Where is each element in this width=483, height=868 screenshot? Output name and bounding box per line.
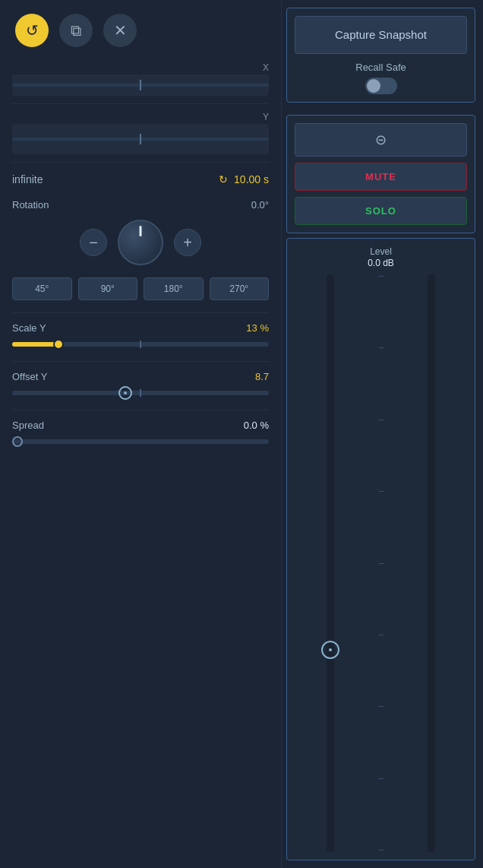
capture-snapshot-button[interactable]: Capture Snapshot: [295, 16, 467, 54]
left-fader-dot: [329, 648, 332, 651]
y-label-row: Y: [12, 112, 269, 122]
toolbar: ↺ ⧉ ✕: [0, 0, 281, 58]
y-slider-track[interactable]: [12, 124, 269, 154]
tick-top: [379, 276, 384, 277]
offset-y-tick: [140, 389, 141, 397]
offset-y-label-row: Offset Y 8.7: [12, 371, 269, 382]
time-icon: ↻: [219, 173, 228, 185]
solo-button[interactable]: SOLO: [295, 197, 467, 225]
preset-90-button[interactable]: 90°: [78, 277, 138, 300]
rotation-label-row: Rotation 0.0°: [0, 193, 281, 214]
x-thumb: [140, 80, 141, 90]
level-section: Level 0.0 dB: [286, 238, 475, 861]
rotation-minus-button[interactable]: −: [80, 229, 107, 256]
offset-y-track: [12, 391, 269, 395]
right-fader-column: [394, 274, 469, 852]
tick-8: [379, 778, 384, 779]
y-track-inner: [12, 138, 269, 141]
undo-button[interactable]: ↺: [15, 14, 49, 47]
right-panel: Capture Snapshot Recall Safe 1 ⊝ MUTE SO…: [281, 0, 483, 868]
recall-safe-row: Recall Safe: [295, 62, 467, 94]
spread-label: Spread: [12, 420, 44, 431]
recall-safe-toggle[interactable]: [365, 78, 397, 94]
offset-y-slider[interactable]: [12, 387, 269, 402]
spread-slider[interactable]: [12, 436, 269, 451]
rotation-plus-button[interactable]: +: [174, 229, 201, 256]
preset-270-button[interactable]: 270°: [210, 277, 270, 300]
spread-label-row: Spread 0.0 %: [12, 420, 269, 431]
tick-bottom: [379, 850, 384, 851]
x-slider-section: X: [0, 58, 281, 100]
scale-y-slider[interactable]: [12, 338, 269, 353]
knob-row: − +: [0, 214, 281, 274]
scale-y-section: Scale Y 13 %: [0, 316, 281, 358]
offset-y-section: Offset Y 8.7: [0, 365, 281, 407]
toggle-thumb: [367, 79, 380, 93]
offset-y-label: Offset Y: [12, 371, 48, 382]
spread-section: Spread 0.0 %: [0, 413, 281, 455]
copy-button[interactable]: ⧉: [59, 14, 93, 47]
offset-y-value: 8.7: [255, 371, 269, 382]
fader-ticks: [379, 274, 384, 852]
x-label-row: X: [12, 62, 269, 73]
spread-track: [12, 439, 269, 444]
scale-y-fill: [12, 342, 58, 347]
scale-y-value: 13 %: [246, 322, 269, 334]
infinite-label: infinite: [12, 173, 43, 185]
preset-180-button[interactable]: 180°: [144, 277, 204, 300]
tick-6: [379, 635, 384, 635]
rotation-label: Rotation: [12, 199, 49, 211]
preset-45-button[interactable]: 45°: [12, 277, 72, 300]
recall-safe-label: Recall Safe: [355, 62, 406, 73]
x-label: X: [263, 62, 269, 73]
tick-5: [379, 563, 384, 564]
app-container: ↺ ⧉ ✕ X Y: [0, 0, 483, 868]
faders-container: [293, 274, 469, 852]
mix-controls-section: ⊝ MUTE SOLO 2: [286, 115, 475, 233]
right-fader-track[interactable]: [428, 274, 435, 852]
x-slider-track[interactable]: [12, 74, 269, 96]
link-icon: ⊝: [375, 132, 387, 147]
infinite-time-row: infinite ↻ 10.00 s: [0, 166, 281, 193]
scale-y-thumb[interactable]: [53, 339, 64, 350]
y-thumb: [140, 134, 141, 144]
rotation-value: 0.0°: [251, 199, 269, 211]
mute-button[interactable]: MUTE: [295, 163, 467, 191]
knob-indicator: [140, 226, 142, 236]
tick-4: [379, 491, 384, 492]
left-fader-column: [293, 274, 368, 852]
scale-y-label: Scale Y: [12, 322, 46, 334]
link-button[interactable]: ⊝: [295, 123, 467, 157]
rotation-presets: 45° 90° 180° 270°: [0, 274, 281, 309]
rotation-knob[interactable]: [118, 220, 163, 265]
spread-value: 0.0 %: [244, 420, 269, 431]
y-slider-section: Y: [0, 107, 281, 159]
close-button[interactable]: ✕: [103, 14, 137, 47]
tick-2: [379, 347, 384, 348]
offset-y-thumb-dot: [124, 391, 127, 394]
left-panel: ↺ ⧉ ✕ X Y: [0, 0, 281, 868]
y-label: Y: [263, 112, 269, 122]
level-label: Level: [370, 246, 392, 258]
left-fader-thumb[interactable]: [321, 641, 339, 659]
scale-y-tick: [140, 341, 141, 348]
snapshot-section: Capture Snapshot Recall Safe 1: [286, 8, 475, 103]
tick-7: [379, 706, 384, 707]
spread-thumb[interactable]: [12, 436, 23, 447]
tick-3: [379, 420, 384, 420]
time-display: ↻ 10.00 s: [219, 173, 269, 185]
level-db-value: 0.0 dB: [368, 258, 394, 268]
left-fader-track[interactable]: [327, 274, 334, 852]
scale-y-label-row: Scale Y 13 %: [12, 322, 269, 334]
offset-y-thumb[interactable]: [118, 386, 132, 400]
scale-y-track: [12, 342, 269, 347]
time-value: 10.00 s: [234, 173, 269, 185]
x-track-inner: [12, 84, 269, 87]
